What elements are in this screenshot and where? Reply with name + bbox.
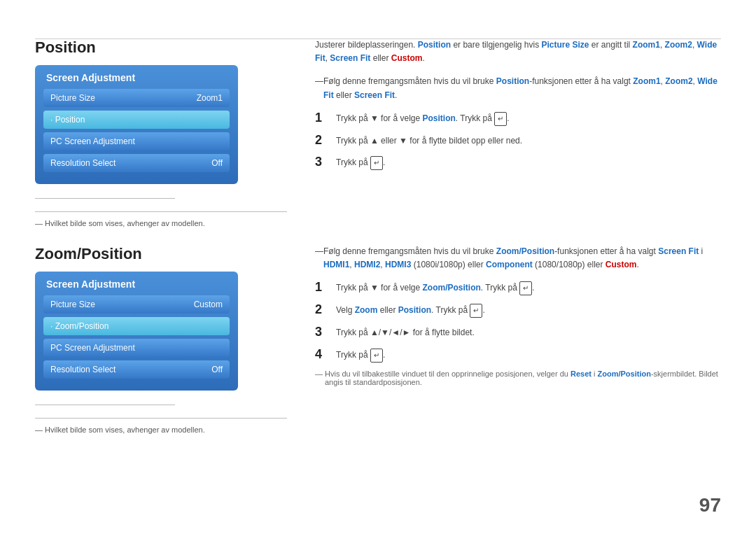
highlight-screenfit: Screen Fit: [330, 53, 370, 63]
section2-heading: Zoom/Position: [35, 245, 287, 263]
section1-right-text: Justerer bildeplasseringen. Position er …: [315, 38, 721, 65]
step-text-2-3: Trykk på ▲/▼/◄/► for å flytte bildet.: [336, 325, 475, 339]
menu-item-1-3[interactable]: Resolution Select Off: [43, 154, 230, 172]
step-1-3: 3 Trykk på ↵.: [315, 155, 721, 170]
step-2-1: 1 Trykk på ▼ for å velge Zoom/Position. …: [315, 280, 721, 295]
step-text-2-2: Velg Zoom eller Position. Trykk på ↵.: [336, 302, 485, 318]
highlight-zoompos-step1: Zoom/Position: [422, 283, 480, 293]
menu-item-value-1-3: Off: [211, 158, 223, 168]
highlight-pos-step1: Position: [422, 113, 455, 123]
highlight-zoom1: Zoom1: [633, 40, 660, 50]
menu-item-2-1[interactable]: · Zoom/Position: [43, 317, 230, 335]
enter-icon-3: ↵: [519, 281, 532, 295]
menu-item-2-3[interactable]: Resolution Select Off: [43, 360, 230, 379]
step-2-4: 4 Trykk på ↵.: [315, 347, 721, 363]
highlight-position-1: Position: [418, 40, 451, 50]
step-text-1-3: Trykk på ↵.: [336, 155, 385, 170]
highlight-picturesize: Picture Size: [542, 40, 589, 50]
highlight-zoompos-func: Zoom/Position: [496, 246, 554, 256]
step-number-1-2: 2: [315, 133, 329, 148]
section1-note-dash: —: [35, 219, 45, 227]
step-text-2-4: Trykk på ↵.: [336, 347, 385, 363]
step-number-2-3: 3: [315, 325, 329, 340]
step-text-1-2: Trykk på ▲ eller ▼ for å flytte bildet o…: [336, 133, 522, 148]
section2-note-text: Hvilket bilde som vises, avhenger av mod…: [45, 426, 205, 434]
menu-item-value-2-0: Custom: [194, 300, 223, 309]
enter-icon-2: ↵: [370, 156, 383, 170]
section2-left: Zoom/Position Screen Adjustment Picture …: [35, 245, 287, 434]
step-1-2: 2 Trykk på ▲ eller ▼ for å flytte bildet…: [315, 133, 721, 148]
screen-adjustment-box-2: Screen Adjustment Picture Size Custom · …: [35, 272, 238, 391]
section2-note-dash: —: [35, 426, 45, 434]
menu-item-1-1[interactable]: · Position: [43, 111, 230, 129]
section2-right: Følg denne fremgangsmåten hvis du vil br…: [287, 245, 721, 434]
menu-item-1-0[interactable]: Picture Size Zoom1: [43, 89, 230, 107]
section1-instruction-note: Følg denne fremgangsmåten hvis du vil br…: [315, 75, 721, 101]
menu-item-label-1-3: Resolution Select: [50, 158, 115, 168]
screen-adjustment-box-1: Screen Adjustment Picture Size Zoom1 · P…: [35, 65, 238, 184]
menu-item-label-2-2: PC Screen Adjustment: [50, 343, 135, 353]
top-divider: [35, 38, 721, 39]
menu-item-value-2-3: Off: [211, 365, 223, 374]
step-text-2-1: Trykk på ▼ for å velge Zoom/Position. Tr…: [336, 280, 535, 295]
section2-layout: Zoom/Position Screen Adjustment Picture …: [35, 234, 721, 434]
section1-layout: Position Screen Adjustment Picture Size …: [35, 28, 721, 227]
highlight-zoompos-sub: Zoom/Position: [598, 370, 651, 378]
enter-icon-1: ↵: [494, 112, 507, 126]
section2-note: — Hvilket bilde som vises, avhenger av m…: [35, 418, 287, 434]
highlight-screenfit-2: Screen Fit: [354, 90, 395, 100]
enter-icon-4: ↵: [470, 304, 482, 318]
highlight-hdmi1: HDMI1: [323, 260, 349, 269]
step-2-3: 3 Trykk på ▲/▼/◄/► for å flytte bildet.: [315, 325, 721, 340]
section1-note: — Hvilket bilde som vises, avhenger av m…: [35, 211, 287, 227]
menu-item-label-1-1: · Position: [50, 115, 85, 125]
step-2-2: 2 Velg Zoom eller Position. Trykk på ↵.: [315, 302, 721, 318]
section1-note-text: Hvilket bilde som vises, avhenger av mod…: [45, 219, 205, 227]
highlight-zoom2: Zoom2: [665, 40, 692, 50]
section2-separator: [35, 405, 175, 405]
section2-instruction-note: Følg denne fremgangsmåten hvis du vil br…: [315, 245, 721, 272]
highlight-zoom2-2: Zoom2: [665, 76, 692, 86]
step-text-1-1: Trykk på ▼ for å velge Position. Trykk p…: [336, 111, 510, 126]
section1-left: Position Screen Adjustment Picture Size …: [35, 38, 287, 227]
step-number-1-1: 1: [315, 111, 329, 126]
highlight-custom-2: Custom: [606, 260, 637, 269]
highlight-component: Component: [486, 260, 533, 269]
menu-item-label-1-2: PC Screen Adjustment: [50, 136, 135, 146]
menu-item-label-1-0: Picture Size: [50, 93, 95, 103]
highlight-zoom1-2: Zoom1: [633, 76, 660, 86]
section2-sub-note: Hvis du vil tilbakestille vinduet til de…: [315, 370, 721, 386]
page: Position Screen Adjustment Picture Size …: [0, 0, 756, 534]
highlight-pos-step2: Position: [398, 306, 431, 316]
screen-adjustment-title-1: Screen Adjustment: [43, 72, 230, 83]
highlight-hdmi2: HDMI2: [354, 260, 380, 269]
enter-icon-5: ↵: [370, 349, 383, 363]
step-1-1: 1 Trykk på ▼ for å velge Position. Trykk…: [315, 111, 721, 126]
menu-item-1-2[interactable]: PC Screen Adjustment: [43, 132, 230, 150]
menu-item-label-2-1: · Zoom/Position: [50, 321, 108, 331]
highlight-screenfit-3: Screen Fit: [658, 246, 699, 256]
step-number-2-2: 2: [315, 302, 329, 318]
page-number: 97: [699, 494, 721, 517]
menu-item-value-1-0: Zoom1: [197, 93, 223, 103]
highlight-position-func: Position: [496, 76, 529, 86]
section1-heading: Position: [35, 38, 287, 57]
section1-right: Justerer bildeplasseringen. Position er …: [287, 38, 721, 227]
step-number-2-4: 4: [315, 347, 329, 363]
section1-separator: [35, 198, 175, 199]
highlight-zoom-step2: Zoom: [355, 306, 378, 316]
menu-item-2-2[interactable]: PC Screen Adjustment: [43, 339, 230, 357]
step-number-2-1: 1: [315, 280, 329, 295]
menu-item-2-0[interactable]: Picture Size Custom: [43, 295, 230, 314]
menu-item-label-2-0: Picture Size: [50, 300, 95, 309]
highlight-custom-1: Custom: [391, 53, 423, 63]
menu-item-label-2-3: Resolution Select: [50, 365, 115, 374]
screen-adjustment-title-2: Screen Adjustment: [43, 279, 230, 290]
highlight-hdmi3: HDMI3: [385, 260, 411, 269]
highlight-reset: Reset: [570, 370, 592, 378]
step-number-1-3: 3: [315, 155, 329, 170]
